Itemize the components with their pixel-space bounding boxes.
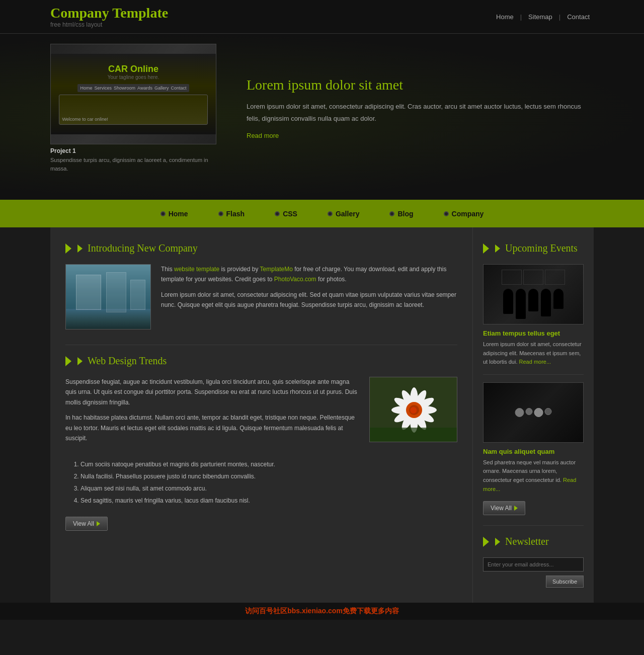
- event1-read-more[interactable]: Read more...: [519, 359, 551, 365]
- green-nav-list: Home Flash CSS Gallery Blog Company: [50, 210, 594, 218]
- svg-point-13: [406, 402, 422, 418]
- nav-sitemap[interactable]: Sitemap: [524, 13, 556, 21]
- event2-image: [483, 382, 584, 443]
- list-item-3: Aliquam sed nisi nulla, sit amet commodo…: [80, 482, 457, 495]
- logo: Company Template free html/css layout: [50, 5, 168, 28]
- trends-content: Suspendisse feugiat, augue ac tincidunt …: [65, 377, 457, 448]
- nav-contact[interactable]: Contact: [563, 13, 594, 21]
- hero-image: CAR Online Your tagline goes here. Home …: [50, 44, 216, 173]
- event2-title: Nam quis aliquet quam: [483, 448, 584, 455]
- trends-image: [369, 377, 457, 448]
- silhouettes: [503, 289, 564, 319]
- newsletter-sep: [483, 525, 584, 526]
- trends-heading: Web Design Trends: [88, 355, 167, 367]
- left-view-all-arrow: [97, 521, 100, 526]
- event2-desc: Sed pharetra neque vel mauris auctor orn…: [483, 458, 584, 494]
- intro-text: This website template is provided by Tem…: [161, 264, 457, 330]
- gnav-flash[interactable]: Flash: [218, 210, 245, 218]
- arrow-icon: [65, 243, 71, 254]
- hero-text: Lorem ipsum dolor sit amet Lorem ipsum d…: [247, 77, 594, 139]
- intro-section: This website template is provided by Tem…: [65, 264, 457, 330]
- trends-arrow-icon2: [77, 357, 83, 365]
- svg-point-14: [409, 405, 419, 415]
- events-heading-block: Upcoming Events: [483, 242, 584, 254]
- list-item-2: Nulla facilisi. Phasellus posuere justo …: [80, 470, 457, 482]
- events-sep: [483, 374, 584, 375]
- svg-rect-15: [370, 428, 457, 442]
- right-view-all-label: View All: [491, 505, 512, 512]
- link-templatemo[interactable]: TemplateMo: [260, 266, 293, 273]
- arrow-icon2: [77, 244, 83, 253]
- footer-watermark: 访问百号社区bbs.xieniao.com免费下载更多内容: [0, 603, 644, 620]
- trends-arrow-icon: [65, 356, 71, 366]
- numbered-list: Cum sociis natoque penatibus et magnis d…: [80, 458, 457, 507]
- event1-title: Etiam tempus tellus eget: [483, 330, 584, 337]
- trends-p2: In hac habitasse platea dictumst. Nullam…: [65, 413, 359, 443]
- intro-heading-block: Introducing New Company: [65, 242, 457, 254]
- window-lines: [484, 270, 583, 285]
- car-welcome: Welcome to car online!: [62, 117, 108, 122]
- trends-text: Suspendisse feugiat, augue ac tincidunt …: [65, 377, 359, 448]
- gnav-company[interactable]: Company: [444, 210, 484, 218]
- events-arrow-icon: [483, 243, 489, 254]
- trends-section: Web Design Trends Suspendisse feugiat, a…: [65, 355, 457, 448]
- link-photovaco[interactable]: PhotoVaco.com: [274, 276, 316, 283]
- left-view-all-label: View All: [73, 520, 94, 527]
- project-label: Project 1: [50, 147, 216, 154]
- logo-subtitle: free html/css layout: [50, 21, 168, 28]
- gnav-gallery[interactable]: Gallery: [328, 210, 359, 218]
- newsletter-arrow-icon2: [495, 538, 500, 546]
- left-column: Introducing New Company: [50, 227, 473, 603]
- events-heading: Upcoming Events: [505, 242, 578, 254]
- gnav-home[interactable]: Home: [160, 210, 188, 218]
- intro-p1: This website template is provided by Tem…: [161, 264, 457, 285]
- car-tagline: Your tagline goes here.: [108, 74, 159, 80]
- top-nav: Home | Sitemap | Contact: [492, 13, 594, 21]
- right-view-all-button[interactable]: View All: [483, 501, 525, 515]
- hero-body: Lorem ipsum dolor sit amet, consectetur …: [247, 101, 594, 124]
- newsletter-section: Newsletter Subscribe: [483, 536, 584, 576]
- event1-desc: Lorem ipsum dolor sit amet, consectetur …: [483, 340, 584, 367]
- newsletter-subscribe-button[interactable]: Subscribe: [546, 576, 584, 588]
- link-website-template[interactable]: website template: [174, 266, 219, 273]
- intro-p2: Lorem ipsum dolor sit amet, consectetur …: [161, 290, 457, 310]
- trends-p1: Suspendisse feugiat, augue ac tincidunt …: [65, 377, 359, 407]
- nav-home[interactable]: Home: [492, 13, 518, 21]
- right-column: Upcoming Events: [473, 227, 594, 603]
- newsletter-arrow-icon: [483, 537, 489, 547]
- gnav-blog[interactable]: Blog: [389, 210, 413, 218]
- hero-read-more[interactable]: Read more: [247, 132, 279, 139]
- newsletter-heading-block: Newsletter: [483, 536, 584, 547]
- divider-1: [65, 345, 457, 345]
- hero-heading: Lorem ipsum dolor sit amet: [247, 77, 594, 93]
- car-title: CAR Online: [108, 64, 158, 74]
- nav-sep-2: |: [559, 13, 560, 21]
- trends-heading-block: Web Design Trends: [65, 355, 457, 367]
- car-nav: Home Services Showroom Awards Gallery Co…: [77, 84, 190, 92]
- intro-image: [65, 264, 151, 330]
- event1-image: [483, 264, 584, 324]
- intro-heading: Introducing New Company: [88, 242, 198, 254]
- car-body: Welcome to car online!: [59, 95, 207, 125]
- right-view-all-arrow: [514, 506, 518, 511]
- keys-image: [515, 408, 552, 417]
- list-item-1: Cum sociis natoque penatibus et magnis d…: [80, 458, 457, 470]
- gnav-css[interactable]: CSS: [275, 210, 297, 218]
- nav-sep-1: |: [520, 13, 522, 21]
- project-desc: Suspendisse turpis arcu, dignissim ac la…: [50, 156, 216, 173]
- logo-title: Company Template: [50, 5, 168, 21]
- watermark-text: 访问百号社区bbs.xieniao.com免费下载更多内容: [245, 607, 399, 615]
- events-arrow-icon2: [495, 244, 500, 253]
- newsletter-heading: Newsletter: [505, 536, 549, 547]
- list-item-4: Sed sagittis, mauris vel fringilla variu…: [80, 495, 457, 507]
- left-view-all-button[interactable]: View All: [65, 517, 108, 531]
- newsletter-email-input[interactable]: [483, 557, 584, 571]
